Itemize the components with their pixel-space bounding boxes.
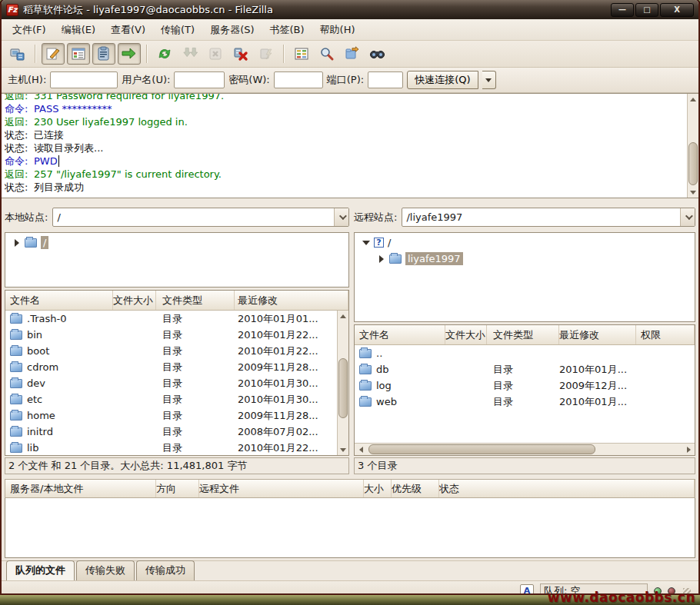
column-header-filesize[interactable]: 文件大小 (445, 325, 487, 344)
folder-icon (10, 411, 22, 421)
tree-item-liyafe1997[interactable]: liyafe1997 (355, 251, 695, 267)
expander-icon[interactable] (362, 241, 370, 245)
local-site-combobox[interactable]: / (52, 208, 349, 227)
folder-icon (10, 363, 22, 372)
password-label: 密码(W): (228, 73, 269, 87)
toolbar-separator (35, 45, 36, 63)
process-queue-icon[interactable] (178, 43, 202, 65)
queue-list (5, 498, 695, 558)
expander-icon[interactable] (13, 239, 21, 247)
encoding-indicator-icon[interactable]: A (520, 584, 534, 596)
reconnect-icon[interactable] (255, 43, 278, 65)
directory-comparison-icon[interactable] (290, 43, 313, 65)
column-header-modified[interactable]: 最近修改 (559, 325, 636, 344)
file-row[interactable]: log 目录2009年12月... (355, 377, 695, 394)
column-header-size[interactable]: 大小 (364, 480, 392, 497)
menu-view[interactable]: 查看(V) (103, 20, 153, 40)
remote-list-header: 文件名 文件大小 文件类型 最近修改 权限 (355, 325, 695, 345)
folder-icon (10, 347, 22, 356)
quickconnect-dropdown-button[interactable] (482, 71, 496, 89)
expander-icon[interactable] (378, 255, 385, 263)
scroll-down-icon[interactable] (338, 444, 348, 455)
cancel-operation-icon[interactable] (204, 43, 227, 65)
refresh-icon[interactable] (153, 43, 176, 65)
file-row[interactable]: boot 目录2010年01月22... (5, 343, 337, 359)
column-header-server-local-file[interactable]: 服务器/本地文件 (5, 480, 156, 497)
column-header-status[interactable]: 状态 (439, 480, 695, 497)
toggle-local-tree-icon[interactable] (67, 43, 90, 65)
column-header-filename[interactable]: 文件名 (5, 291, 113, 310)
menu-edit[interactable]: 编辑(E) (54, 20, 103, 40)
filezilla-window: Fz 稻草软件论坛 - liyafe1997@daocaobbs.cn - Fi… (0, 0, 700, 595)
file-row[interactable]: dev 目录2010年01月30... (5, 375, 337, 391)
tab-failed-transfers[interactable]: 传输失败 (76, 560, 135, 580)
column-header-remote-file[interactable]: 远程文件 (199, 480, 364, 497)
file-row[interactable]: bin 目录2010年01月22... (5, 327, 337, 343)
column-header-modified[interactable]: 最近修改 (235, 291, 348, 310)
file-row[interactable]: db 目录2010年01月... (355, 361, 695, 377)
local-directory-tree: / (5, 232, 349, 288)
file-row[interactable]: web 目录2010年01月... (355, 394, 695, 410)
column-header-filesize[interactable]: 文件大小 (113, 291, 156, 310)
remote-pane: 远程站点: /liyafe1997 ? / liyafe1997 (354, 202, 695, 474)
column-header-priority[interactable]: 优先级 (392, 480, 439, 497)
column-header-filename[interactable]: 文件名 (355, 325, 445, 344)
scroll-down-icon[interactable] (688, 187, 698, 198)
scrollbar-thumb[interactable] (688, 142, 698, 185)
menu-transfer[interactable]: 传输(T) (153, 20, 202, 40)
combo-dropdown-button[interactable] (680, 208, 695, 226)
file-row[interactable]: etc 目录2010年01月30... (5, 391, 337, 407)
column-header-filetype[interactable]: 文件类型 (487, 325, 559, 344)
folder-icon (389, 254, 402, 264)
queue-tabs: 队列的文件 传输失败 传输成功 (2, 560, 698, 580)
toggle-remote-tree-icon[interactable] (92, 43, 115, 65)
log-scrollbar[interactable] (687, 94, 698, 198)
remote-horizontal-scrollbar[interactable] (355, 443, 695, 455)
column-header-permissions[interactable]: 权限 (636, 325, 695, 344)
site-manager-icon[interactable] (6, 43, 29, 65)
scroll-up-icon[interactable] (688, 94, 698, 105)
minimize-button[interactable]: — (611, 3, 634, 17)
close-button[interactable]: X (660, 3, 694, 17)
file-row[interactable]: cdrom 目录2009年11月28... (5, 359, 337, 375)
tree-item-root[interactable]: / (5, 234, 348, 251)
host-input[interactable] (50, 71, 118, 88)
log-line: 返回:331 Password required for liyafe1997. (5, 94, 684, 102)
maximize-button[interactable]: □ (635, 3, 658, 17)
host-label: 主机(H): (8, 73, 46, 87)
file-row[interactable]: lib 目录2010年01月22... (5, 440, 337, 455)
scroll-left-icon[interactable] (355, 447, 367, 453)
port-input[interactable] (368, 71, 403, 88)
title-bar[interactable]: Fz 稻草软件论坛 - liyafe1997@daocaobbs.cn - Fi… (2, 0, 698, 19)
password-input[interactable] (274, 71, 323, 88)
toggle-transfer-queue-icon[interactable] (118, 43, 141, 65)
menu-server[interactable]: 服务器(S) (202, 20, 262, 40)
scrollbar-thumb[interactable] (368, 444, 595, 454)
combo-dropdown-button[interactable] (334, 208, 348, 226)
column-header-direction[interactable]: 方向 (156, 480, 199, 497)
disconnect-icon[interactable] (229, 43, 252, 65)
synchronized-browsing-icon[interactable] (341, 43, 364, 65)
username-input[interactable] (174, 71, 225, 88)
quickconnect-button[interactable]: 快速连接(Q) (407, 71, 478, 89)
toggle-message-log-icon[interactable] (42, 43, 65, 65)
folder-icon (10, 331, 22, 340)
menu-file[interactable]: 文件(F) (5, 20, 54, 40)
file-row[interactable]: .. (355, 345, 695, 361)
file-row[interactable]: home 目录2009年11月28... (5, 407, 337, 424)
tab-successful-transfers[interactable]: 传输成功 (136, 560, 195, 580)
menu-bookmarks[interactable]: 书签(B) (262, 20, 312, 40)
remote-site-combobox[interactable]: /liyafe1997 (402, 208, 695, 227)
file-row[interactable]: initrd 目录2008年07月02... (5, 424, 337, 440)
tree-item-root[interactable]: ? / (355, 234, 695, 251)
filename-filter-icon[interactable] (315, 43, 338, 65)
search-files-icon[interactable] (366, 43, 389, 65)
menu-help[interactable]: 帮助(H) (312, 20, 363, 40)
scroll-up-icon[interactable] (338, 311, 348, 321)
local-list-scrollbar[interactable] (337, 311, 348, 455)
column-header-filetype[interactable]: 文件类型 (156, 291, 235, 310)
tab-queued-files[interactable]: 队列的文件 (6, 560, 75, 580)
scrollbar-thumb[interactable] (338, 358, 348, 418)
scroll-right-icon[interactable] (682, 447, 695, 453)
file-row[interactable]: .Trash-0 目录2010年01月01... (5, 311, 337, 327)
